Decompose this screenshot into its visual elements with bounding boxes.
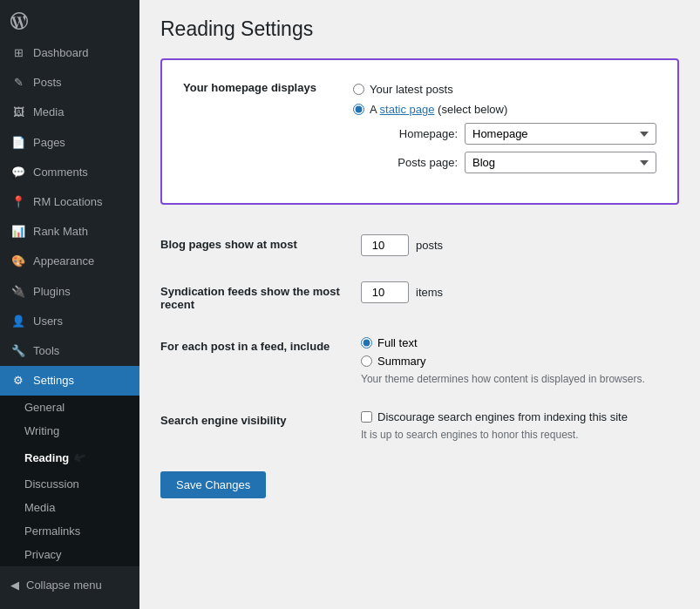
comments-icon: 💬	[10, 165, 26, 180]
feed-content-label: For each post in a feed, include	[160, 336, 361, 353]
search-engine-row: Search engine visibility Discourage sear…	[160, 398, 679, 454]
posts-page-select[interactable]: Blog — Select — Sample Page	[465, 152, 656, 173]
blog-pages-suffix: posts	[416, 239, 443, 252]
sidebar: ⊞ Dashboard ✎ Posts 🖼 Media 📄 Pages 💬 Co…	[0, 0, 139, 609]
blog-pages-row: Blog pages show at most posts	[160, 222, 679, 269]
homepage-label: Your homepage displays	[180, 76, 350, 187]
main-content: Reading Settings Your homepage displays …	[139, 0, 700, 609]
static-page-radio[interactable]	[353, 104, 364, 115]
homepage-settings-table: Your homepage displays Your latest posts…	[180, 76, 660, 187]
blog-pages-value: posts	[361, 234, 679, 256]
syndication-input[interactable]	[361, 281, 409, 303]
static-page-link[interactable]: static page	[380, 103, 435, 116]
sidebar-item-settings[interactable]: ⚙ Settings	[0, 366, 139, 396]
search-engine-note: It is up to search engines to honor this…	[361, 429, 679, 441]
summary-radio[interactable]	[361, 355, 372, 367]
search-engine-value: Discourage search engines from indexing …	[361, 410, 679, 441]
homepage-select[interactable]: Homepage Sample Page About Contact	[465, 123, 656, 145]
sidebar-item-plugins[interactable]: 🔌 Plugins	[0, 277, 139, 307]
latest-posts-label: Your latest posts	[370, 83, 453, 96]
homepage-value-cell: Your latest posts A static page (select …	[350, 76, 660, 187]
submenu-item-discussion[interactable]: Discussion	[0, 472, 139, 496]
submenu-item-privacy[interactable]: Privacy	[0, 543, 139, 566]
users-icon: 👤	[10, 314, 26, 329]
sidebar-item-pages[interactable]: 📄 Pages	[0, 128, 139, 158]
location-icon: 📍	[10, 194, 26, 210]
submenu-item-permalinks[interactable]: Permalinks	[0, 519, 139, 543]
static-page-radio-row: A static page (select below)	[353, 103, 656, 116]
feed-content-note: Your theme determines how content is dis…	[361, 373, 679, 385]
homepage-select-label: Homepage:	[370, 127, 458, 140]
search-engine-checkbox[interactable]	[361, 411, 372, 423]
posts-page-select-label: Posts page:	[370, 156, 458, 169]
feed-content-radio-group: Full text Summary	[361, 336, 679, 368]
appearance-icon: 🎨	[10, 254, 26, 269]
pages-icon: 📄	[10, 135, 26, 151]
sidebar-item-users[interactable]: 👤 Users	[0, 307, 139, 336]
dashboard-icon: ⊞	[10, 45, 26, 61]
sidebar-item-posts[interactable]: ✎ Posts	[0, 68, 139, 98]
search-engine-checkbox-row: Discourage search engines from indexing …	[361, 410, 679, 423]
sidebar-item-dashboard[interactable]: ⊞ Dashboard	[0, 38, 139, 68]
submenu-item-media[interactable]: Media	[0, 496, 139, 519]
syndication-label: Syndication feeds show the most recent	[160, 281, 361, 311]
full-text-radio[interactable]	[361, 337, 372, 348]
summary-label: Summary	[377, 355, 426, 368]
submenu-item-general[interactable]: General	[0, 396, 139, 419]
sidebar-item-tools[interactable]: 🔧 Tools	[0, 336, 139, 366]
posts-page-select-row: Posts page: Blog — Select — Sample Page	[370, 152, 656, 173]
syndication-value: items	[361, 281, 679, 303]
static-page-label: A static page (select below)	[370, 103, 507, 116]
syndication-suffix: items	[416, 286, 443, 299]
rankmath-icon: 📊	[10, 224, 26, 240]
collapse-icon: ◀	[10, 579, 19, 592]
sidebar-item-media[interactable]: 🖼 Media	[0, 98, 139, 127]
tools-icon: 🔧	[10, 343, 26, 359]
wordpress-logo-icon	[10, 12, 28, 30]
posts-icon: ✎	[10, 75, 26, 91]
search-engine-checkbox-label: Discourage search engines from indexing …	[377, 410, 628, 423]
wp-logo	[0, 0, 139, 38]
search-engine-label: Search engine visibility	[160, 410, 361, 427]
homepage-displays-row: Your homepage displays Your latest posts…	[180, 76, 660, 187]
latest-posts-radio-row: Your latest posts	[353, 83, 656, 96]
submenu-item-reading[interactable]: Reading ➜	[0, 443, 139, 472]
summary-radio-row: Summary	[361, 355, 679, 368]
full-text-label: Full text	[377, 336, 418, 349]
collapse-menu-button[interactable]: ◀ Collapse menu	[0, 570, 139, 600]
homepage-displays-box: Your homepage displays Your latest posts…	[160, 58, 679, 205]
blog-pages-input[interactable]	[361, 234, 409, 256]
plugins-icon: 🔌	[10, 284, 26, 300]
media-icon: 🖼	[10, 105, 26, 120]
sidebar-item-comments[interactable]: 💬 Comments	[0, 158, 139, 187]
homepage-select-row: Homepage: Homepage Sample Page About Con…	[370, 123, 656, 145]
submenu-item-writing[interactable]: Writing	[0, 419, 139, 443]
full-text-radio-row: Full text	[361, 336, 679, 349]
reading-arrow-icon: ➜	[70, 446, 89, 469]
page-title: Reading Settings	[160, 17, 679, 41]
settings-submenu: General Writing Reading ➜ Discussion Med…	[0, 396, 139, 566]
settings-icon: ⚙	[10, 373, 26, 389]
feed-content-row: For each post in a feed, include Full te…	[160, 324, 679, 398]
feed-content-value: Full text Summary Your theme determines …	[361, 336, 679, 385]
blog-pages-label: Blog pages show at most	[160, 234, 361, 251]
syndication-row: Syndication feeds show the most recent i…	[160, 269, 679, 324]
sidebar-item-appearance[interactable]: 🎨 Appearance	[0, 247, 139, 276]
latest-posts-radio[interactable]	[353, 84, 364, 95]
save-changes-button[interactable]: Save Changes	[160, 471, 266, 498]
sidebar-item-rank-math[interactable]: 📊 Rank Math	[0, 217, 139, 247]
sidebar-item-rm-locations[interactable]: 📍 RM Locations	[0, 187, 139, 217]
